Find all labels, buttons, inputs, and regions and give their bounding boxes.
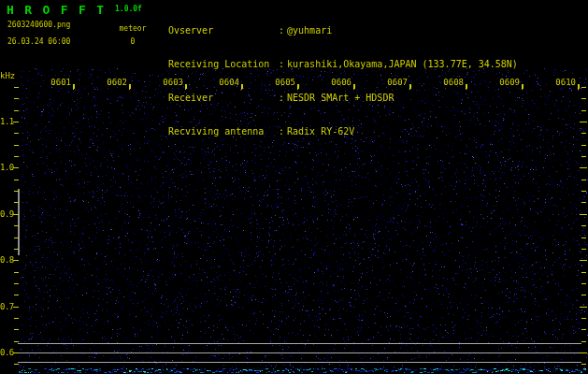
y-tick-label: 1.0 [0, 163, 14, 172]
app-title: H R O F F T [7, 3, 106, 17]
info-label: Recviving antenna [168, 126, 279, 137]
x-tick-label: 0603 [159, 78, 183, 87]
info-row-observer: Ovserver:@yuhmari [168, 25, 518, 36]
info-separator: : [279, 126, 284, 137]
info-separator: : [279, 93, 284, 103]
info-label: Receiver [168, 93, 279, 104]
output-filename: 2603240600.png [7, 21, 70, 29]
x-tick-label: 0609 [495, 78, 520, 87]
info-label: Receiving Location [168, 59, 279, 70]
observation-datetime: 26.03.24 06:00 [7, 37, 70, 46]
y-tick-label: 0.6 [0, 348, 14, 357]
info-separator: : [279, 59, 284, 69]
x-tick-label: 0606 [327, 78, 351, 87]
info-label: Ovserver [168, 25, 279, 36]
info-row-receiver: Receiver:NESDR SMArt + HDSDR [168, 93, 518, 104]
x-tick-label: 0608 [439, 78, 464, 87]
meteor-count-label: meteor [112, 24, 153, 33]
info-row-location: Receiving Location:kurashiki,Okayama,JAP… [168, 59, 518, 70]
x-tick-label: 0605 [271, 78, 295, 87]
x-tick-label: 0607 [383, 78, 408, 87]
hrofft-screen: H R O F F T 1.0.0f 2603240600.png 26.03.… [0, 0, 588, 374]
y-axis-unit: kHz [0, 71, 15, 80]
x-tick-label: 0610 [552, 78, 576, 87]
y-tick-label: 1.1 [0, 117, 14, 126]
x-tick-label: 0602 [103, 78, 127, 87]
y-tick-label: 0.9 [0, 209, 14, 219]
info-value: Radix RY-62V [287, 126, 354, 137]
info-value: kurashiki,Okayama,JAPAN (133.77E, 34.58N… [287, 59, 518, 69]
info-value: NESDR SMArt + HDSDR [287, 93, 394, 103]
info-row-antenna: Recviving antenna:Radix RY-62V [168, 126, 518, 137]
x-tick-label: 0601 [47, 78, 71, 87]
app-version: 1.0.0f [115, 5, 142, 13]
y-tick-label: 0.8 [0, 255, 14, 265]
info-value: @yuhmari [287, 25, 332, 36]
y-tick-label: 0.7 [0, 302, 14, 311]
info-separator: : [279, 25, 284, 36]
meteor-count-value: 0 [112, 37, 153, 46]
x-tick-label: 0604 [215, 78, 239, 87]
